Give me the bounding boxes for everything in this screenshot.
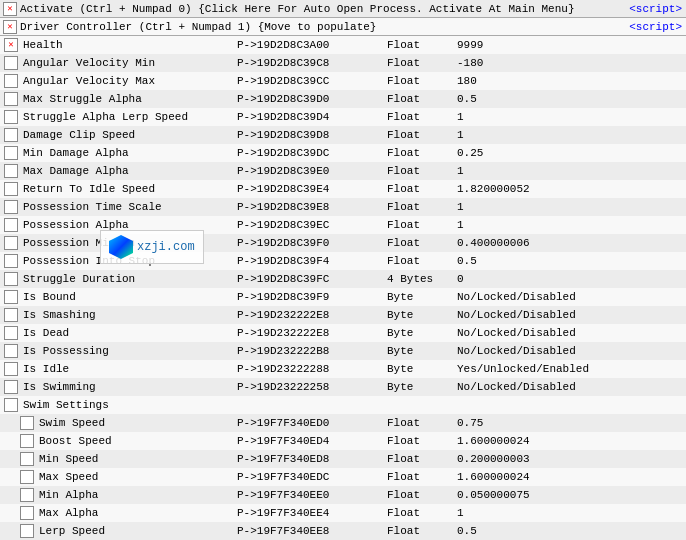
- row-checkbox[interactable]: [4, 380, 18, 394]
- row-type: Float: [387, 72, 457, 90]
- row-type: Byte: [387, 324, 457, 342]
- row-address: P->19F7F340EE4: [237, 504, 387, 522]
- table-row: Min SpeedP->19F7F340ED8Float0.200000003: [0, 450, 686, 468]
- row-checkbox[interactable]: [4, 110, 18, 124]
- row-checkbox[interactable]: [4, 398, 18, 412]
- row-label: Struggle Alpha Lerp Speed: [21, 108, 237, 126]
- row-type: Float: [387, 504, 457, 522]
- row-checkbox[interactable]: [20, 488, 34, 502]
- row-checkbox[interactable]: [4, 128, 18, 142]
- row-address: P->19D232222E8: [237, 306, 387, 324]
- row-type: Byte: [387, 360, 457, 378]
- table-row: Possession Mix InP->19D2D8C39F0Float0.40…: [0, 234, 686, 252]
- row-label: Possession Into Stop: [21, 252, 237, 270]
- row-value: 1: [457, 108, 686, 126]
- row-value: No/Locked/Disabled: [457, 306, 686, 324]
- row-label: Max Speed: [37, 468, 237, 486]
- row-label: Possession Alpha: [21, 216, 237, 234]
- row-type: Float: [387, 414, 457, 432]
- row-type: Float: [387, 468, 457, 486]
- row-checkbox[interactable]: [4, 92, 18, 106]
- row-value: 0: [457, 270, 686, 288]
- row-label: Min Alpha: [37, 486, 237, 504]
- row-label: Possession Time Scale: [21, 198, 237, 216]
- row-checkbox[interactable]: [20, 470, 34, 484]
- row-address: P->19F7F340ED8: [237, 450, 387, 468]
- row-checkbox[interactable]: [4, 182, 18, 196]
- row-value: No/Locked/Disabled: [457, 324, 686, 342]
- row-label: Swim Settings: [21, 396, 237, 414]
- row-checkbox[interactable]: [4, 146, 18, 160]
- row-address: P->19D2D8C39E0: [237, 162, 387, 180]
- row-checkbox[interactable]: [4, 308, 18, 322]
- row-address: P->19D2D8C39D8: [237, 126, 387, 144]
- row-label: Swim Speed: [37, 414, 237, 432]
- row-value: 0.25: [457, 144, 686, 162]
- row-checkbox[interactable]: [4, 290, 18, 304]
- row-label: Return To Idle Speed: [21, 180, 237, 198]
- table-row: Boost SpeedP->19F7F340ED4Float1.60000002…: [0, 432, 686, 450]
- row-label: Damage Clip Speed: [21, 126, 237, 144]
- row-checkbox[interactable]: [4, 218, 18, 232]
- row-checkbox[interactable]: [4, 38, 18, 52]
- row-checkbox[interactable]: [4, 74, 18, 88]
- row-address: P->19D2D8C39F9: [237, 288, 387, 306]
- row-type: Float: [387, 486, 457, 504]
- row-address: P->19F7F340EDC: [237, 468, 387, 486]
- row-checkbox[interactable]: [4, 254, 18, 268]
- table-row: Return To Idle SpeedP->19D2D8C39E4Float1…: [0, 180, 686, 198]
- row-address: P->19F7F340ED0: [237, 414, 387, 432]
- row-type: Float: [387, 198, 457, 216]
- row-address: P->19D2D8C39F4: [237, 252, 387, 270]
- row-checkbox[interactable]: [4, 272, 18, 286]
- row-checkbox[interactable]: [20, 506, 34, 520]
- row-type: Float: [387, 162, 457, 180]
- table-row: Lerp SpeedP->19F7F340EE8Float0.5: [0, 522, 686, 540]
- row-checkbox[interactable]: [20, 452, 34, 466]
- row-label: Possession Mix In: [21, 234, 237, 252]
- driver-checkbox[interactable]: [3, 20, 17, 34]
- driver-script: <script>: [629, 18, 682, 36]
- row-value: 9999: [457, 36, 686, 54]
- activate-bar[interactable]: Activate (Ctrl + Numpad 0) {Click Here F…: [0, 0, 686, 18]
- row-label: Max Alpha: [37, 504, 237, 522]
- row-checkbox[interactable]: [4, 362, 18, 376]
- row-address: P->19D2D8C39DC: [237, 144, 387, 162]
- table-row: Is DeadP->19D232222E8ByteNo/Locked/Disab…: [0, 324, 686, 342]
- row-type: Float: [387, 432, 457, 450]
- row-checkbox[interactable]: [20, 434, 34, 448]
- row-type: Float: [387, 234, 457, 252]
- table-row: Angular Velocity MaxP->19D2D8C39CCFloat1…: [0, 72, 686, 90]
- table-row: Max AlphaP->19F7F340EE4Float1: [0, 504, 686, 522]
- table-row: Possession Into StopP->19D2D8C39F4Float0…: [0, 252, 686, 270]
- table-row: Max Struggle AlphaP->19D2D8C39D0Float0.5: [0, 90, 686, 108]
- row-checkbox[interactable]: [4, 200, 18, 214]
- row-label: Angular Velocity Max: [21, 72, 237, 90]
- row-value: 1.600000024: [457, 432, 686, 450]
- row-address: P->19D2D8C39EC: [237, 216, 387, 234]
- row-value: No/Locked/Disabled: [457, 288, 686, 306]
- row-checkbox[interactable]: [4, 344, 18, 358]
- row-checkbox[interactable]: [4, 164, 18, 178]
- row-type: Float: [387, 216, 457, 234]
- table-row: Min AlphaP->19F7F340EE0Float0.050000075: [0, 486, 686, 504]
- row-label: Max Damage Alpha: [21, 162, 237, 180]
- driver-label: Driver Controller (Ctrl + Numpad 1) {Mov…: [20, 18, 629, 36]
- row-checkbox[interactable]: [20, 524, 34, 538]
- row-type: Float: [387, 522, 457, 540]
- row-value: 0.75: [457, 414, 686, 432]
- row-checkbox[interactable]: [4, 56, 18, 70]
- table-row: Is BoundP->19D2D8C39F9ByteNo/Locked/Disa…: [0, 288, 686, 306]
- row-checkbox[interactable]: [4, 236, 18, 250]
- activate-checkbox[interactable]: [3, 2, 17, 16]
- row-type: Float: [387, 144, 457, 162]
- row-address: P->19D2D8C39D4: [237, 108, 387, 126]
- table-row: Damage Clip SpeedP->19D2D8C39D8Float1: [0, 126, 686, 144]
- driver-bar[interactable]: Driver Controller (Ctrl + Numpad 1) {Mov…: [0, 18, 686, 36]
- table-row: Is SmashingP->19D232222E8ByteNo/Locked/D…: [0, 306, 686, 324]
- row-value: 180: [457, 72, 686, 90]
- row-checkbox[interactable]: [4, 326, 18, 340]
- row-checkbox[interactable]: [20, 416, 34, 430]
- row-type: 4 Bytes: [387, 270, 457, 288]
- table-row: Struggle Alpha Lerp SpeedP->19D2D8C39D4F…: [0, 108, 686, 126]
